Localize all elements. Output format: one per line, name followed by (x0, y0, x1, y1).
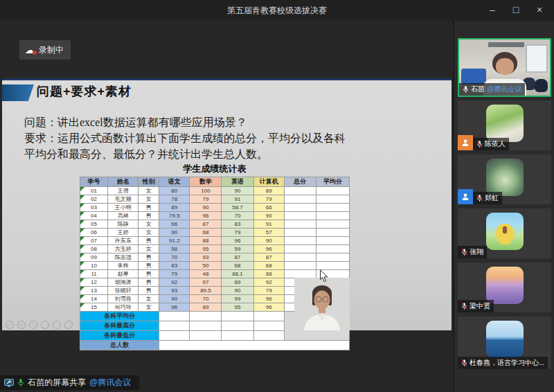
table-cell: 14 (80, 295, 108, 303)
maximize-button[interactable]: □ (504, 0, 528, 21)
table-cell: 99 (222, 295, 253, 303)
slide-top-rule (2, 78, 452, 80)
table-cell: 91 (222, 195, 253, 204)
all-slides-icon (41, 321, 49, 329)
table-cell (316, 212, 349, 220)
participant-name: 张翔 (470, 247, 483, 257)
table-cell (253, 331, 284, 341)
table-cell (316, 229, 349, 237)
table-cell: 刘雪燕 (108, 295, 138, 303)
table-cell: 赵星 (108, 270, 138, 278)
table-row: 07许东东男91.2889690 (80, 237, 350, 245)
mic-muted-icon (476, 140, 483, 148)
table-cell: 95 (190, 245, 222, 253)
table-cell (284, 237, 316, 245)
person-face (496, 58, 514, 75)
table-cell (284, 187, 316, 195)
table-cell: 96 (253, 295, 284, 303)
participant-label: 杜春燕，语言学习中心... (458, 357, 548, 369)
participant-tile-shimiao[interactable]: 石苗@腾讯会议 (458, 38, 551, 97)
footer-label: 总人数 (80, 341, 159, 350)
avatar-anime-green-hair (486, 105, 524, 142)
table-cell: 90 (159, 229, 190, 237)
table-cell (253, 312, 284, 321)
recording-badge[interactable]: ☁ 录制中 (19, 40, 71, 60)
table-cell: 09 (80, 253, 108, 262)
table-cell: 02 (80, 195, 108, 204)
table-cell: 女 (138, 187, 159, 195)
table-cell: 毛文丽 (108, 195, 138, 204)
header-parallelogram (2, 84, 34, 101)
participant-tile-liangzhongxian[interactable]: 梁中贤 (458, 262, 551, 312)
table-cell: 男 (138, 212, 159, 220)
chair (535, 79, 548, 92)
table-cell: 15 (80, 303, 108, 312)
table-cell (159, 321, 190, 331)
table-cell: 89 (222, 278, 253, 287)
participant-label: 梁中贤 (458, 300, 494, 312)
participant-tile-chenyiren[interactable]: 陈依人 (458, 100, 551, 150)
grades-table-head-row: 学号姓名性别语文数学英语计算机总分平均分 (80, 177, 350, 187)
table-cell (316, 253, 349, 262)
window-title: 第五届青教赛校级选拔决赛 (0, 0, 554, 21)
minimize-button[interactable]: – (481, 0, 504, 21)
prev-slide-icon: ‹ (6, 321, 14, 329)
table-cell: 93 (190, 253, 222, 262)
table-cell (316, 237, 349, 245)
shared-slide: 问题+要求+素材 问题：讲出excel数据运算都有哪些应用场景？ 要求：运用公式… (2, 78, 452, 330)
table-row: 08方玉婷女58955996 (80, 245, 350, 253)
presenter-webcam-overlay (294, 278, 350, 330)
table-cell: 79 (253, 195, 284, 204)
participant-name: 郑虹 (485, 193, 499, 203)
table-cell (190, 312, 222, 321)
table-cell: 50 (190, 262, 222, 270)
participant-suffix: @腾讯会议 (487, 84, 521, 94)
participant-tile-duchunyan[interactable]: 杜春燕，语言学习中心... (458, 317, 551, 369)
close-button[interactable]: × (528, 0, 551, 21)
column-header: 平均分 (316, 177, 349, 187)
table-cell: 87 (190, 220, 222, 229)
table-cell: 80 (159, 187, 190, 195)
table-cell (316, 262, 349, 270)
person-badge-orange (458, 135, 473, 150)
table-cell: 女 (138, 229, 159, 237)
table-cell: 01 (80, 187, 108, 195)
table-cell: 女 (138, 295, 159, 303)
table-cell (284, 270, 316, 278)
table-cell: 96 (222, 237, 253, 245)
table-footer-row: 总人数 (80, 341, 350, 350)
next-slide-icon: › (17, 321, 26, 329)
table-cell: 58.7 (222, 204, 253, 212)
table-cell: 92 (253, 278, 284, 287)
mic-muted-icon (476, 194, 483, 202)
table-row: 05陈静女66878391 (80, 220, 350, 229)
table-cell (284, 204, 316, 212)
person-icon (461, 192, 470, 202)
column-header: 性别 (138, 177, 159, 187)
mic-muted-icon (461, 359, 467, 367)
table-cell: 女 (138, 220, 159, 229)
meeting-window: 第五届青教赛校级选拔决赛 – □ × ☁ 录制中 问题+要求+素材 问题：讲出e… (0, 0, 554, 392)
table-cell: 女 (138, 195, 159, 204)
footer-label: 各科平均分 (80, 312, 159, 321)
participant-tile-zhenghong[interactable]: 郑虹 (458, 154, 551, 204)
recording-label: 录制中 (39, 44, 64, 56)
table-cell: 79 (253, 287, 284, 295)
table-row: 01王倩女801009089 (80, 187, 350, 195)
table-cell: 96 (253, 303, 284, 312)
table-cell (284, 229, 316, 237)
table-cell: 13 (80, 287, 108, 295)
table-cell (316, 245, 349, 253)
table-cell: 男 (138, 270, 159, 278)
table-cell: 78 (159, 195, 190, 204)
table-cell: 男 (138, 278, 159, 287)
table-cell: 12 (80, 278, 108, 287)
blue-sofa (461, 69, 487, 84)
table-cell: 95 (222, 303, 253, 312)
participant-tile-zhangxiang[interactable]: 张翔 (458, 208, 551, 258)
table-cell: 89 (159, 204, 190, 212)
table-cell: 高林 (108, 212, 138, 220)
table-cell: 48 (190, 270, 222, 278)
table-cell: 91.2 (159, 237, 190, 245)
table-cell: 66 (159, 220, 190, 229)
